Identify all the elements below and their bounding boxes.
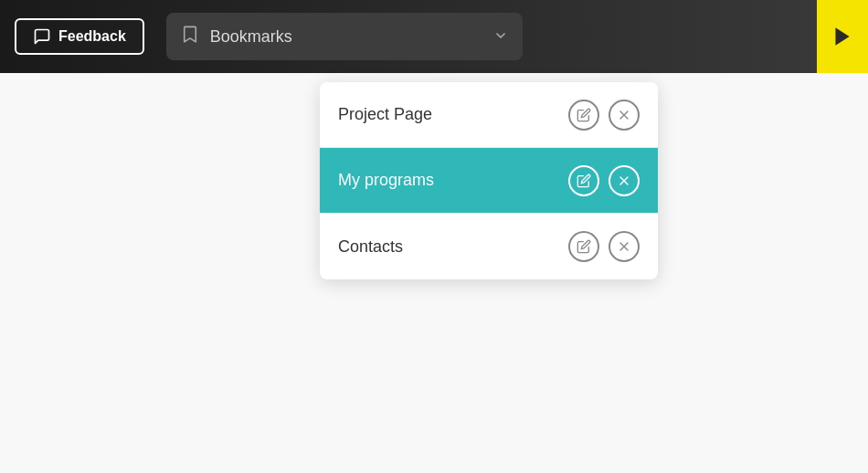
bookmark-item-my-programs[interactable]: My programs [320, 148, 658, 214]
item-actions [568, 100, 640, 131]
delete-bookmark-button[interactable] [609, 165, 640, 196]
edit-bookmark-button[interactable] [568, 231, 599, 262]
bookmarks-dropdown-panel: Project Page My programs [320, 82, 658, 279]
play-button[interactable] [817, 0, 868, 73]
bookmark-item-project-page[interactable]: Project Page [320, 82, 658, 148]
edit-bookmark-button[interactable] [568, 100, 599, 131]
chevron-down-icon [493, 28, 508, 46]
item-actions [568, 231, 640, 262]
item-actions [568, 165, 640, 196]
delete-bookmark-button[interactable] [609, 100, 640, 131]
bookmark-icon [181, 25, 199, 49]
bookmark-item-label: My programs [338, 171, 568, 190]
edit-bookmark-button[interactable] [568, 165, 599, 196]
bookmarks-dropdown[interactable]: Bookmarks [166, 13, 523, 60]
bookmark-item-contacts[interactable]: Contacts [320, 214, 658, 279]
bookmark-item-label: Project Page [338, 105, 568, 124]
bubble-icon [33, 27, 51, 46]
bookmark-item-label: Contacts [338, 237, 568, 257]
feedback-label: Feedback [58, 28, 126, 45]
feedback-button[interactable]: Feedback [15, 18, 144, 55]
play-icon [831, 25, 854, 48]
svg-marker-6 [835, 27, 849, 46]
topbar: Feedback Bookmarks [0, 0, 868, 73]
bookmarks-label: Bookmarks [210, 27, 482, 47]
delete-bookmark-button[interactable] [609, 231, 640, 262]
